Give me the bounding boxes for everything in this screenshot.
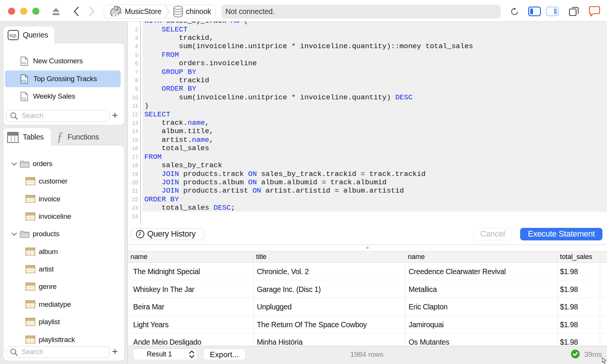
svg-text:SQL: SQL xyxy=(9,33,17,38)
svg-text:SQL: SQL xyxy=(22,97,27,100)
svg-text:SQL: SQL xyxy=(22,80,27,83)
svg-text:SQL: SQL xyxy=(22,62,27,65)
